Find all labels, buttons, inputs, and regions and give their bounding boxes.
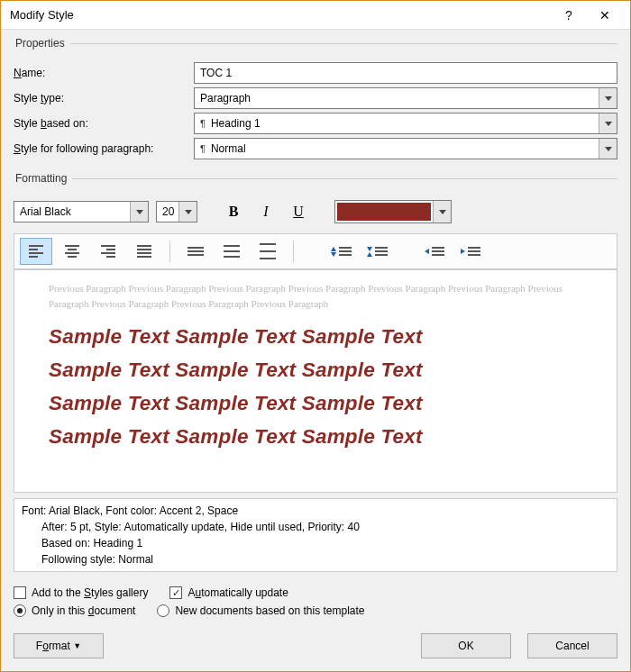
paragraph-toolbar <box>14 233 617 269</box>
bold-button[interactable]: B <box>221 199 246 224</box>
new-documents-radio[interactable]: New documents based on this template <box>157 604 364 617</box>
paragraph-icon: ¶ <box>200 118 206 129</box>
preview-pane: Previous Paragraph Previous Paragraph Pr… <box>14 269 617 493</box>
basedon-label: Style based on: <box>14 117 194 130</box>
increase-space-before-button[interactable] <box>325 238 357 265</box>
font-name-value: Arial Black <box>20 205 71 218</box>
align-left-button[interactable] <box>20 238 52 265</box>
preview-context-text: Previous Paragraph Previous Paragraph Pr… <box>49 281 597 311</box>
properties-group: Properties Name: Style type: Paragraph S… <box>14 37 617 167</box>
chevron-down-icon: ▼ <box>73 641 81 650</box>
auto-update-checkbox[interactable]: ✓ Automatically update <box>169 586 288 599</box>
italic-button[interactable]: I <box>253 199 279 224</box>
name-label: Name: <box>14 67 194 79</box>
align-justify-button[interactable] <box>128 238 160 265</box>
preview-sample-text: Sample Text Sample Text Sample Text Samp… <box>49 320 597 454</box>
color-swatch-icon <box>335 201 433 222</box>
following-select[interactable]: ¶ Normal <box>194 138 617 159</box>
line-spacing-2-button[interactable] <box>251 238 284 265</box>
add-to-gallery-checkbox[interactable]: Add to the Styles gallery <box>14 586 148 599</box>
chevron-down-icon <box>130 202 148 222</box>
font-size-value: 20 <box>162 205 174 218</box>
format-button[interactable]: Format ▼ <box>14 633 104 658</box>
following-label: Style for following paragraph: <box>14 142 194 155</box>
styletype-select[interactable]: Paragraph <box>194 87 617 109</box>
checkbox-icon <box>14 586 26 599</box>
align-center-button[interactable] <box>56 238 88 265</box>
help-button[interactable]: ? <box>551 3 587 28</box>
only-this-document-radio[interactable]: Only in this document <box>14 604 135 617</box>
basedon-value: Heading 1 <box>211 117 261 130</box>
basedon-select[interactable]: ¶ Heading 1 <box>194 113 617 134</box>
line-spacing-1-button[interactable] <box>179 238 212 265</box>
styletype-value: Paragraph <box>200 92 251 104</box>
cancel-button[interactable]: Cancel <box>527 633 617 658</box>
decrease-space-before-button[interactable] <box>361 238 393 265</box>
titlebar: Modify Style ? ✕ <box>1 1 630 30</box>
style-description: Font: Arial Black, Font color: Accent 2,… <box>14 498 617 572</box>
underline-button[interactable]: U <box>286 199 311 224</box>
checkbox-icon: ✓ <box>169 586 182 599</box>
radio-icon <box>14 604 26 617</box>
chevron-down-icon <box>599 139 617 159</box>
formatting-group: Formatting Arial Black 20 B I U <box>14 172 617 576</box>
following-value: Normal <box>211 142 246 155</box>
increase-indent-button[interactable] <box>454 238 487 265</box>
styletype-label: Style type: <box>14 92 194 104</box>
paragraph-icon: ¶ <box>200 143 206 154</box>
align-right-button[interactable] <box>92 238 124 265</box>
chevron-down-icon <box>178 202 197 222</box>
font-name-select[interactable]: Arial Black <box>14 201 149 222</box>
close-button[interactable]: ✕ <box>587 3 623 28</box>
chevron-down-icon <box>599 88 617 108</box>
chevron-down-icon <box>599 114 617 133</box>
formatting-legend: Formatting <box>14 172 72 185</box>
window-title: Modify Style <box>10 8 551 22</box>
properties-legend: Properties <box>14 37 70 50</box>
decrease-indent-button[interactable] <box>418 238 451 265</box>
font-size-select[interactable]: 20 <box>156 201 197 222</box>
font-color-select[interactable] <box>334 200 452 223</box>
ok-button[interactable]: OK <box>421 633 511 658</box>
chevron-down-icon <box>433 201 451 222</box>
name-input[interactable] <box>194 62 617 84</box>
modify-style-dialog: Modify Style ? ✕ Properties Name: Style … <box>0 0 631 672</box>
line-spacing-15-button[interactable] <box>215 238 248 265</box>
radio-icon <box>157 604 169 617</box>
